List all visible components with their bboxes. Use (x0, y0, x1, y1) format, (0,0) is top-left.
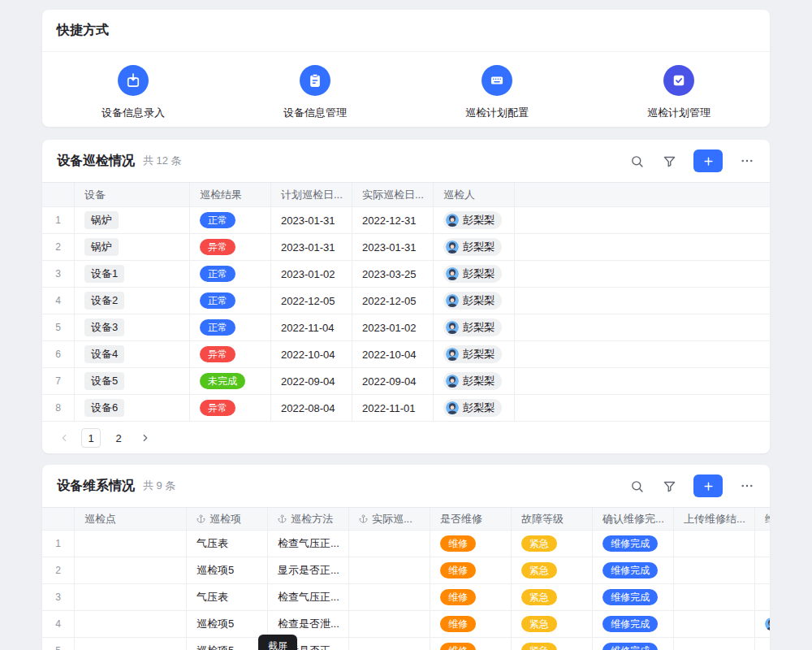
shortcut-device-manage[interactable]: 设备信息管理 (224, 65, 406, 120)
status-badge: 正常 (200, 212, 235, 228)
method-cell: 显示是否正... (268, 557, 349, 583)
row-number: 8 (42, 395, 75, 421)
column-header-device[interactable]: 设备 (75, 183, 190, 206)
person-chip: 彭梨梨 (443, 399, 502, 417)
person-chip: 彭梨梨 (443, 372, 502, 390)
next-page-button[interactable] (136, 429, 154, 447)
device-chip: 锅炉 (84, 238, 119, 256)
confirm-badge: 维修完成 (603, 562, 658, 578)
column-header-repair[interactable]: 是否维修 (430, 508, 512, 530)
device-chip: 设备1 (84, 265, 124, 283)
column-header-planned[interactable]: 计划巡检日... (271, 183, 352, 206)
method-cell: 检查气压正... (268, 584, 349, 610)
table-row[interactable]: 7 设备5 未完成 2022-09-04 2022-09-04 彭梨梨 (42, 368, 770, 395)
table-row[interactable]: 6 设备4 异常 2022-10-04 2022-10-04 彭梨梨 (42, 341, 770, 368)
device-chip: 设备2 (84, 292, 124, 310)
inspection-card: 设备巡检情况 共 12 条 设备 巡检结果 计划巡检日... 实际巡检日... … (42, 140, 770, 453)
shortcut-label: 设备信息录入 (102, 106, 165, 120)
lookup-icon (197, 514, 205, 523)
lookup-icon (278, 514, 287, 523)
last-cell (755, 584, 770, 610)
table-row[interactable]: 5 设备3 正常 2022-11-04 2023-01-02 彭梨梨 (42, 314, 770, 341)
actual-cell (349, 531, 430, 557)
search-icon[interactable] (628, 478, 645, 494)
column-header-inspector[interactable]: 巡检人 (434, 183, 515, 206)
column-header-actual[interactable]: 实际巡检日... (352, 183, 434, 206)
person-name: 彭梨梨 (463, 320, 495, 335)
search-icon[interactable] (628, 153, 645, 169)
confirm-badge: 维修完成 (603, 616, 658, 632)
shortcut-label: 设备信息管理 (283, 106, 347, 120)
column-header-upload[interactable]: 上传维修结... (674, 508, 755, 530)
point-cell (75, 531, 187, 557)
actual-date: 2022-11-01 (352, 395, 434, 421)
actual-cell (349, 584, 430, 610)
upload-cell (674, 611, 755, 637)
person-chip: 彭梨梨 (443, 345, 502, 363)
prev-page-button[interactable] (55, 429, 73, 447)
actual-date: 2023-01-31 (352, 234, 434, 260)
column-header-confirm[interactable]: 确认维修完... (593, 508, 674, 530)
item-cell: 气压表 (187, 531, 268, 557)
filter-icon[interactable] (661, 153, 677, 169)
person-name: 彭梨梨 (463, 213, 495, 228)
last-cell (755, 531, 770, 557)
table-row[interactable]: 4 巡检项5 检查是否泄... 维修 紧急 维修完成 (42, 611, 770, 638)
add-record-button[interactable] (693, 150, 723, 172)
person-chip: 彭梨梨 (443, 211, 502, 229)
point-cell (75, 638, 187, 650)
table-row[interactable]: 8 设备6 异常 2022-08-04 2022-11-01 彭梨梨 (42, 395, 770, 422)
shortcut-device-entry[interactable]: 设备信息录入 (42, 65, 224, 120)
column-header-actual[interactable]: 实际巡... (349, 508, 430, 530)
table-row[interactable]: 3 气压表 检查气压正... 维修 紧急 维修完成 (42, 584, 770, 611)
level-badge: 紧急 (521, 589, 557, 605)
column-header-item[interactable]: 巡检项 (187, 508, 268, 530)
maintenance-table: 巡检点 巡检项 巡检方法 实际巡... 是否维修 故障等级 确认维修完... 上… (42, 507, 770, 650)
last-cell (755, 638, 770, 650)
table-row[interactable]: 5 巡检项5 显示是否正... 维修 紧急 维修完成 (42, 638, 770, 650)
device-chip: 设备5 (84, 372, 124, 390)
column-header-point[interactable]: 巡检点 (75, 508, 187, 530)
maintenance-card: 设备维系情况 共 9 条 巡检点 巡检项 巡检方法 实际巡... 是否维修 故 (42, 465, 770, 650)
more-icon[interactable] (739, 478, 755, 494)
table-row[interactable]: 1 气压表 检查气压正... 维修 紧急 维修完成 (42, 531, 770, 557)
page-2-button[interactable]: 2 (109, 428, 128, 448)
column-header-index (42, 183, 75, 206)
column-header-last[interactable]: 维 (755, 508, 770, 530)
upload-cell (674, 557, 755, 583)
table-row[interactable]: 2 巡检项5 显示是否正... 维修 紧急 维修完成 (42, 557, 770, 584)
maintenance-title: 设备维系情况 (57, 478, 135, 495)
actual-date: 2022-09-04 (352, 368, 434, 394)
actual-cell (349, 611, 430, 637)
shortcut-plan-manage[interactable]: 巡检计划管理 (588, 65, 770, 120)
item-cell: 巡检项5 (187, 557, 268, 583)
level-badge: 紧急 (521, 616, 557, 632)
inspection-title: 设备巡检情况 (57, 153, 135, 170)
repair-badge: 维修 (440, 589, 476, 605)
add-record-button[interactable] (693, 474, 723, 497)
planned-date: 2023-01-31 (271, 207, 352, 233)
row-number: 7 (42, 368, 75, 394)
actual-date: 2022-12-05 (352, 288, 434, 314)
planned-date: 2022-11-04 (271, 314, 352, 340)
filter-icon[interactable] (661, 478, 677, 494)
confirm-badge: 维修完成 (603, 643, 658, 650)
confirm-badge: 维修完成 (603, 535, 658, 552)
column-header-method[interactable]: 巡检方法 (268, 508, 349, 530)
device-entry-icon (118, 65, 149, 96)
avatar (446, 214, 459, 227)
column-header-level[interactable]: 故障等级 (512, 508, 593, 530)
row-number: 1 (42, 531, 75, 557)
table-row[interactable]: 3 设备1 正常 2023-01-02 2023-03-25 彭梨梨 (42, 261, 770, 288)
tooltip: 截屏 (258, 635, 297, 650)
table-row[interactable]: 4 设备2 正常 2022-12-05 2022-12-05 彭梨梨 (42, 288, 770, 314)
row-number: 6 (42, 341, 75, 367)
table-row[interactable]: 2 锅炉 异常 2023-01-31 2023-01-31 彭梨梨 (42, 234, 770, 261)
last-cell (755, 557, 770, 583)
table-row[interactable]: 1 锅炉 正常 2023-01-31 2022-12-31 彭梨梨 (42, 207, 770, 234)
more-icon[interactable] (739, 153, 755, 169)
shortcut-plan-config[interactable]: 巡检计划配置 (406, 65, 588, 120)
column-header-result[interactable]: 巡检结果 (190, 183, 271, 206)
status-badge: 异常 (200, 346, 235, 362)
page-1-button[interactable]: 1 (81, 428, 101, 448)
